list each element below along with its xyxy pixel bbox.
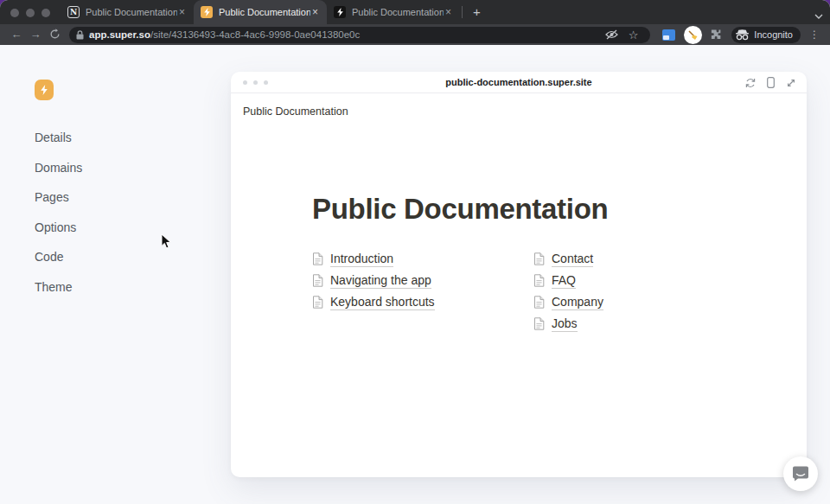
link-column-right: Contact FAQ Company Jobs [533, 248, 737, 335]
window-close-button[interactable] [10, 9, 19, 17]
preview-eye-off-icon[interactable] [600, 29, 623, 40]
document-icon [312, 296, 323, 309]
page-link-introduction[interactable]: Introduction [330, 252, 393, 267]
document-icon [312, 252, 323, 265]
tab-close-icon[interactable]: × [177, 7, 187, 17]
site-preview-panel: public-documentation.super.site Public D… [231, 72, 807, 477]
back-button[interactable]: ← [7, 25, 26, 44]
page-link-keyboard-shortcuts[interactable]: Keyboard shortcuts [330, 295, 435, 310]
tab-search-chevron-icon[interactable] [814, 8, 823, 23]
refresh-preview-icon[interactable] [745, 78, 756, 88]
chat-bubble-icon [792, 465, 809, 482]
new-tab-button[interactable]: + [468, 0, 486, 24]
extensions-puzzle-icon[interactable] [711, 29, 723, 41]
forward-button[interactable]: → [26, 25, 45, 44]
page-link-row[interactable]: Introduction [312, 248, 533, 270]
super-logo-icon[interactable] [35, 80, 54, 100]
intercom-chat-button[interactable] [783, 456, 818, 491]
link-column-left: Introduction Navigating the app Keyboard… [312, 248, 533, 335]
browser-toolbar: ← → app.super.so/site/43136493-4ac8-4ac6… [0, 24, 830, 45]
super-app-workspace: Details Domains Pages Options Code Theme… [0, 45, 830, 504]
page-link-row[interactable]: Company [533, 291, 737, 313]
mouse-cursor [161, 233, 172, 253]
site-navbar-title[interactable]: Public Documentation [243, 105, 348, 118]
page-link-row[interactable]: Navigating the app [312, 270, 533, 291]
page-link-navigating-the-app[interactable]: Navigating the app [330, 273, 431, 289]
address-bar[interactable]: app.super.so/site/43136493-4ac8-4ac6-999… [69, 27, 650, 43]
bookmark-star-icon[interactable]: ☆ [623, 29, 644, 41]
page-link-row[interactable]: Jobs [533, 313, 737, 335]
url-domain: app.super.so [89, 29, 150, 40]
super-bolt-dark-icon [334, 6, 346, 18]
window-controls[interactable] [10, 9, 50, 17]
mobile-preview-icon[interactable] [767, 77, 775, 88]
page-link-company[interactable]: Company [552, 295, 603, 310]
tab-close-icon[interactable]: × [444, 7, 453, 17]
document-icon [533, 296, 545, 309]
tab-strip: N Public Documentation × Public Document… [0, 0, 830, 24]
site-navbar: Public Documentation [231, 93, 807, 118]
tab-title: Public Documentation [352, 7, 444, 17]
page-link-row[interactable]: FAQ [533, 270, 737, 291]
screenshot-extension-icon[interactable] [662, 29, 675, 41]
tab-separator [462, 6, 463, 18]
incognito-label: Incognito [754, 29, 793, 40]
page-link-row[interactable]: Contact [533, 248, 737, 270]
site-page-content: Public Documentation Introduction Naviga… [312, 193, 737, 335]
reload-button[interactable] [45, 25, 64, 44]
tab-list: N Public Documentation × Public Document… [61, 0, 486, 24]
page-link-faq[interactable]: FAQ [552, 273, 576, 289]
incognito-badge: Incognito [731, 27, 801, 43]
sidebar-item-pages[interactable]: Pages [35, 191, 82, 203]
preview-actions [745, 72, 796, 93]
sidebar-item-details[interactable]: Details [35, 131, 82, 144]
tab-title: Public Documentation [219, 7, 310, 17]
window-zoom-button[interactable] [42, 9, 50, 17]
document-icon [312, 274, 323, 287]
url-path: /site/43136493-4ac8-4ac6-9998-0ae041380e… [150, 29, 360, 40]
super-bolt-yellow-icon [201, 6, 213, 18]
window-minimize-button[interactable] [26, 9, 35, 17]
preview-header: public-documentation.super.site [231, 72, 807, 93]
document-icon [533, 274, 545, 287]
sidebar-item-domains[interactable]: Domains [35, 162, 82, 174]
preview-site-domain: public-documentation.super.site [231, 72, 807, 93]
tab-public-documentation-3[interactable]: Public Documentation × [327, 0, 460, 24]
broom-extension-icon[interactable] [684, 26, 702, 44]
document-icon [533, 252, 545, 265]
tab-close-icon[interactable]: × [310, 7, 320, 17]
expand-preview-icon[interactable] [786, 78, 796, 88]
notion-icon: N [67, 6, 80, 18]
sidebar-navigation: Details Domains Pages Options Code Theme [35, 131, 82, 293]
document-icon [533, 317, 545, 330]
sidebar-item-code[interactable]: Code [35, 251, 82, 263]
page-title: Public Documentation [312, 193, 737, 226]
tab-title: Public Documentation [86, 7, 177, 17]
page-link-columns: Introduction Navigating the app Keyboard… [312, 248, 737, 335]
lock-icon[interactable] [76, 30, 84, 40]
page-link-contact[interactable]: Contact [552, 252, 593, 267]
sidebar-item-theme[interactable]: Theme [35, 281, 82, 293]
sidebar-item-options[interactable]: Options [35, 221, 82, 233]
browser-window: N Public Documentation × Public Document… [0, 0, 830, 504]
page-link-jobs[interactable]: Jobs [552, 316, 578, 332]
browser-menu-icon[interactable]: ⋮ [804, 29, 823, 41]
tab-public-documentation-2-active[interactable]: Public Documentation × [194, 0, 327, 24]
page-link-row[interactable]: Keyboard shortcuts [312, 291, 533, 313]
tab-public-documentation-1[interactable]: N Public Documentation × [61, 0, 194, 24]
